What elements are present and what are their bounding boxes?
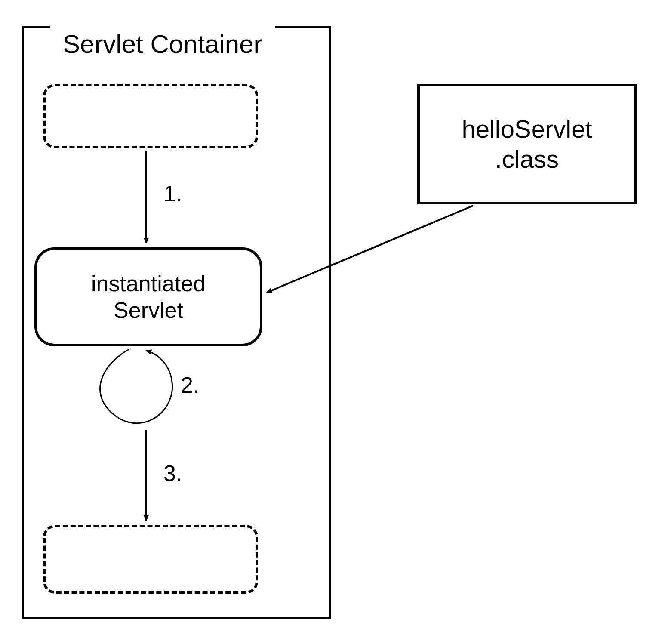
step-2-label: 2. xyxy=(181,372,199,398)
step-3-label: 3. xyxy=(163,460,182,486)
class-file-label: helloServlet.class xyxy=(462,114,592,174)
servlet-lifecycle-diagram: Servlet Container instantiatedServlet he… xyxy=(17,17,651,627)
start-state-box xyxy=(43,84,258,148)
container-title: Servlet Container xyxy=(50,26,275,67)
instantiated-servlet-label: instantiatedServlet xyxy=(91,270,206,324)
step-1-label: 1. xyxy=(163,181,182,206)
end-state-box xyxy=(43,525,258,594)
instantiated-servlet-box: instantiatedServlet xyxy=(34,247,262,346)
class-file-box: helloServlet.class xyxy=(417,84,637,204)
